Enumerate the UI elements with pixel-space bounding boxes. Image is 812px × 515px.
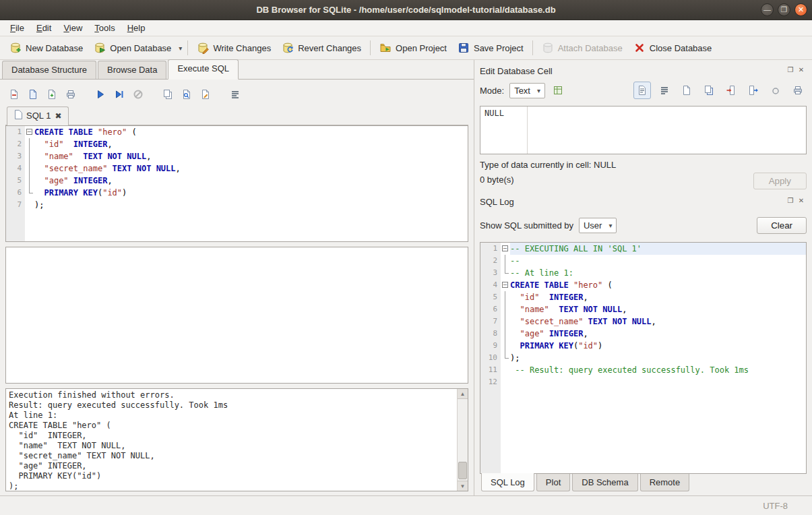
- main-tabbar: Database Structure Browse Data Execute S…: [0, 60, 474, 80]
- write-changes-icon: [197, 42, 209, 54]
- copy-cell-button[interactable]: [700, 82, 718, 99]
- new-database-icon: [9, 42, 22, 54]
- menu-file[interactable]: File: [4, 21, 30, 35]
- new-sql-tab-button[interactable]: [5, 86, 23, 103]
- window-title: DB Browser for SQLite - /home/user/code/…: [0, 5, 812, 15]
- open-database-button[interactable]: Open Database: [88, 39, 177, 57]
- cell-toolbar: [633, 82, 807, 99]
- close-icon[interactable]: ✕: [794, 3, 807, 16]
- cell-value-editor[interactable]: NULL: [480, 106, 807, 154]
- open-project-button[interactable]: Open Project: [374, 39, 452, 57]
- export-results-button[interactable]: [159, 86, 177, 103]
- find-button[interactable]: [178, 86, 195, 103]
- sql-file-tab[interactable]: SQL 1 ✖: [7, 107, 69, 125]
- attach-database-icon: [542, 42, 554, 54]
- execution-log[interactable]: Execution finished without errors. Resul…: [5, 388, 468, 491]
- tab-database-structure[interactable]: Database Structure: [2, 61, 96, 79]
- sql-file-tabbar: SQL 1 ✖: [5, 105, 468, 125]
- encoding-indicator[interactable]: UTF-8: [763, 501, 788, 511]
- print-button[interactable]: [62, 86, 80, 103]
- menu-view[interactable]: View: [57, 21, 88, 35]
- minimize-icon[interactable]: —: [761, 3, 774, 16]
- export-cell-icon: [748, 85, 759, 96]
- open-cell-file-button[interactable]: [678, 82, 695, 99]
- menubar: File Edit View Tools Help: [0, 20, 812, 36]
- sql-log-filter-row: Show SQL submitted by User ▾ Clear: [480, 215, 807, 235]
- scroll-up-icon[interactable]: ▲: [458, 389, 468, 399]
- code-line: 2 "id" INTEGER,: [6, 138, 468, 150]
- tab-sql-log[interactable]: SQL Log: [481, 473, 534, 491]
- revert-changes-icon: [282, 42, 294, 54]
- dock-close-icon[interactable]: ✕: [796, 197, 807, 206]
- close-database-button[interactable]: Close Database: [628, 39, 718, 57]
- sql-editor[interactable]: 1–CREATE TABLE "hero" (2 "id" INTEGER,3 …: [5, 125, 468, 242]
- code-line: 1–CREATE TABLE "hero" (: [6, 126, 468, 138]
- tab-db-schema[interactable]: DB Schema: [572, 474, 637, 491]
- save-project-button[interactable]: Save Project: [452, 39, 529, 57]
- open-project-icon: [379, 42, 392, 54]
- tab-browse-data[interactable]: Browse Data: [98, 61, 166, 79]
- mode-settings-button[interactable]: [549, 82, 567, 99]
- edit-cell-header: Edit Database Cell ❐ ✕: [480, 64, 807, 78]
- sql-log-view[interactable]: 1–-- EXECUTING ALL IN 'SQL 1'2--3-- At l…: [480, 242, 807, 474]
- open-sql-file-button[interactable]: [24, 86, 42, 103]
- print-icon: [65, 89, 76, 100]
- import-cell-button[interactable]: [722, 82, 740, 99]
- revert-changes-button[interactable]: Revert Changes: [276, 39, 367, 57]
- menu-edit[interactable]: Edit: [30, 21, 57, 35]
- clear-button[interactable]: Clear: [757, 217, 807, 234]
- set-null-icon: [770, 85, 781, 96]
- toolbar-separator: [370, 40, 371, 55]
- export-results-icon: [162, 89, 173, 100]
- sql-log-title: SQL Log: [480, 197, 785, 207]
- scroll-down-icon[interactable]: ▼: [458, 481, 468, 491]
- scrollbar[interactable]: ▲ ▼: [457, 389, 468, 491]
- edit-cell-title: Edit Database Cell: [480, 66, 785, 76]
- open-database-dropdown[interactable]: ▾: [177, 42, 184, 55]
- save-sql-file-button[interactable]: [43, 86, 61, 103]
- dock-float-icon[interactable]: ❐: [785, 66, 796, 75]
- menu-help[interactable]: Help: [121, 21, 152, 35]
- execute-line-button[interactable]: [111, 86, 128, 103]
- print-cell-icon: [792, 85, 803, 96]
- execute-all-button[interactable]: [92, 86, 109, 103]
- mode-select[interactable]: Text ▾: [509, 83, 545, 98]
- dock-float-icon[interactable]: ❐: [785, 197, 796, 206]
- autocomplete-button[interactable]: [197, 86, 214, 103]
- print-cell-button[interactable]: [789, 82, 807, 99]
- tab-execute-sql[interactable]: Execute SQL: [168, 59, 239, 80]
- word-wrap-icon: [659, 85, 670, 96]
- chevron-down-icon: ▾: [608, 222, 612, 229]
- word-wrap-button[interactable]: [656, 82, 673, 99]
- set-null-button[interactable]: [767, 82, 784, 99]
- cell-mode-row: Mode: Text ▾: [480, 80, 807, 100]
- tab-close-icon[interactable]: ✖: [55, 111, 61, 121]
- stop-button: [129, 86, 147, 103]
- format-sql-button[interactable]: [226, 86, 244, 103]
- execute-sql-page: SQL 1 ✖ 1–CREATE TABLE "hero" (2 "id" IN…: [0, 80, 474, 495]
- maximize-icon[interactable]: ❐: [778, 3, 790, 16]
- code-line: 7 "secret_name" TEXT NOT NULL,: [480, 315, 806, 328]
- toolbar-separator: [187, 40, 188, 55]
- titlebar[interactable]: DB Browser for SQLite - /home/user/code/…: [0, 0, 812, 20]
- code-line: 6 PRIMARY KEY("id"): [6, 187, 468, 199]
- tab-remote[interactable]: Remote: [640, 474, 690, 491]
- new-database-button[interactable]: New Database: [4, 39, 88, 57]
- scrollbar-thumb[interactable]: [458, 462, 467, 479]
- text-mode-button[interactable]: [633, 82, 651, 99]
- new-sql-tab-icon: [9, 89, 20, 100]
- results-grid[interactable]: [5, 247, 468, 384]
- menu-tools[interactable]: Tools: [88, 21, 121, 35]
- chevron-down-icon: ▾: [537, 87, 540, 94]
- code-line: 4 "secret_name" TEXT NOT NULL,: [6, 162, 468, 175]
- export-cell-button[interactable]: [745, 82, 762, 99]
- mode-select-value: Text: [514, 86, 530, 96]
- tab-plot[interactable]: Plot: [536, 474, 570, 491]
- dock-close-icon[interactable]: ✕: [796, 66, 807, 75]
- main-toolbar: New Database Open Database ▾ Write Chang…: [0, 36, 812, 60]
- open-sql-file-icon: [28, 89, 38, 100]
- apply-button: Apply: [753, 173, 807, 189]
- bottom-tabbar: SQL Log Plot DB Schema Remote: [480, 474, 807, 493]
- sql-log-source-select[interactable]: User ▾: [579, 218, 617, 233]
- write-changes-button[interactable]: Write Changes: [191, 39, 276, 57]
